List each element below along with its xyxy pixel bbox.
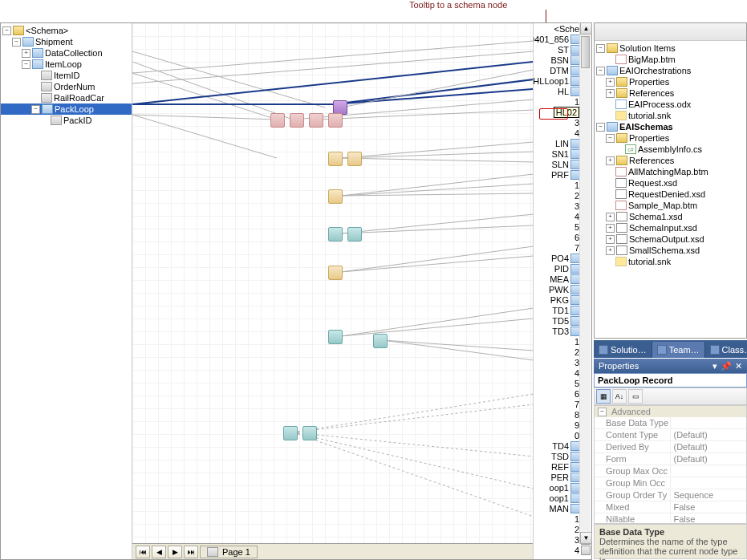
scripting-functoid[interactable] <box>328 266 343 280</box>
folder-references[interactable]: +References <box>595 87 746 99</box>
first-page-button[interactable]: ⏮ <box>136 546 150 558</box>
collapse-icon[interactable]: − <box>598 408 607 416</box>
scroll-up-button[interactable]: ▲ <box>580 22 592 34</box>
cumulative-functoid[interactable] <box>283 426 298 440</box>
file-bigmap[interactable]: BigMap.btm <box>595 54 746 65</box>
categorized-button[interactable]: ▦ <box>596 389 611 404</box>
prop-group-min[interactable]: Group Min Occ <box>595 477 746 489</box>
close-icon[interactable]: ✕ <box>735 361 742 371</box>
properties-object-selector[interactable]: PackLoop Record <box>594 373 747 388</box>
expand-icon[interactable]: + <box>606 156 615 165</box>
refresh-button[interactable] <box>633 25 648 39</box>
collapse-icon[interactable]: − <box>31 105 40 114</box>
file-tutorial[interactable]: tutorial.snk <box>595 110 746 121</box>
dropdown-icon[interactable]: ▾ <box>712 361 717 371</box>
folder-references[interactable]: +References <box>595 155 746 166</box>
file-assembly[interactable]: c#AssemblyInfo.cs <box>595 144 746 155</box>
string-functoid[interactable] <box>270 113 285 128</box>
show-all-button[interactable] <box>615 25 630 39</box>
folder-properties[interactable]: −Properties <box>595 132 746 144</box>
alphabetical-button[interactable]: A↓ <box>612 389 627 404</box>
source-packid[interactable]: PackID <box>1 115 132 126</box>
file-requestdenied[interactable]: RequestDenied.xsd <box>595 189 746 200</box>
cumulative-functoid[interactable] <box>328 227 343 241</box>
prop-derived-by[interactable]: Derived By(Default) <box>595 441 746 453</box>
expand-icon[interactable]: + <box>606 235 615 244</box>
prev-page-button[interactable]: ◀ <box>152 546 166 558</box>
mapping-canvas[interactable]: ⏮ ◀ ▶ ⏭ Page 1 <box>132 23 534 559</box>
folder-properties[interactable]: +Properties <box>595 76 746 87</box>
category-advanced[interactable]: −Advanced <box>595 406 746 417</box>
pin-icon[interactable]: 📌 <box>721 361 732 371</box>
prop-value[interactable]: False <box>671 501 747 513</box>
cumulative-functoid[interactable] <box>302 426 317 440</box>
collapse-icon[interactable]: − <box>596 123 605 132</box>
collapse-icon[interactable]: − <box>596 67 605 75</box>
file-schemaoutput[interactable]: +SchemaOutput.xsd <box>595 233 746 245</box>
prop-value[interactable]: (Default) <box>671 453 747 465</box>
properties-button[interactable] <box>598 25 612 39</box>
source-datacollection[interactable]: + DataCollection <box>1 47 132 59</box>
last-page-button[interactable]: ⏭ <box>184 546 198 558</box>
expand-icon[interactable]: + <box>606 213 615 221</box>
cumulative-functoid[interactable] <box>328 330 343 344</box>
prop-nillable[interactable]: NillableFalse <box>595 513 746 524</box>
source-schema-tree[interactable]: − <Schema> − Shipment + DataCollection −… <box>1 23 132 559</box>
next-page-button[interactable]: ▶ <box>168 546 182 558</box>
cumulative-functoid[interactable] <box>373 334 388 348</box>
file-samplemap[interactable]: Sample_Map.btm <box>595 200 746 211</box>
prop-value[interactable] <box>671 417 747 428</box>
source-ordernum[interactable]: OrderNum <box>1 81 132 92</box>
prop-group-order[interactable]: Group Order TySequence <box>595 489 746 501</box>
prop-value[interactable]: False <box>671 513 747 524</box>
prop-value[interactable] <box>671 465 747 477</box>
collapse-icon[interactable]: − <box>22 60 30 69</box>
source-itemid[interactable]: ItemID <box>1 70 132 81</box>
file-schemainput[interactable]: +SchemaInput.xsd <box>595 222 746 233</box>
expand-icon[interactable]: + <box>22 49 30 58</box>
prop-value[interactable]: (Default) <box>671 429 747 440</box>
prop-value[interactable]: (Default) <box>671 441 747 452</box>
file-tutorial2[interactable]: tutorial.snk <box>595 256 746 267</box>
scroll-thumb[interactable] <box>581 36 590 68</box>
prop-group-max[interactable]: Group Max Occ <box>595 465 746 477</box>
source-root[interactable]: − <Schema> <box>1 25 132 36</box>
project-eais[interactable]: −EAISchemas <box>595 121 746 132</box>
string-functoid[interactable] <box>290 113 304 128</box>
solution-folder[interactable]: −Solution Items <box>595 43 746 54</box>
page-tab[interactable]: Page 1 <box>200 546 258 558</box>
property-pages-button[interactable]: ▭ <box>628 389 643 404</box>
tab-team[interactable]: Team… <box>652 342 705 358</box>
prop-mixed[interactable]: MixedFalse <box>595 501 746 513</box>
string-functoid[interactable] <box>328 113 343 128</box>
scripting-functoid[interactable] <box>347 152 362 166</box>
source-itemloop[interactable]: − ItemLoop <box>1 59 132 70</box>
file-smallschema[interactable]: +SmallSchema.xsd <box>595 245 746 256</box>
scroll-down-button[interactable]: ▼ <box>580 532 592 544</box>
scripting-functoid[interactable] <box>328 189 343 204</box>
properties-grid[interactable]: −Advanced Base Data Type Content Type(De… <box>594 405 747 524</box>
expand-icon[interactable]: + <box>606 224 615 233</box>
collapse-icon[interactable]: − <box>12 38 21 47</box>
file-request[interactable]: Request.xsd <box>595 177 746 189</box>
file-allmatching[interactable]: AllMatchingMap.btm <box>595 166 746 177</box>
source-railroadcar[interactable]: RailRoadCar <box>1 92 132 103</box>
scripting-functoid[interactable] <box>328 152 343 166</box>
project-eaio[interactable]: −EAIOrchestrations <box>595 65 746 76</box>
file-schema1[interactable]: +Schema1.xsd <box>595 211 746 222</box>
expand-icon[interactable]: + <box>606 78 615 87</box>
cumulative-functoid[interactable] <box>347 227 362 241</box>
collapse-icon[interactable]: − <box>606 134 615 143</box>
file-eaiprocess[interactable]: EAIProcess.odx <box>595 99 746 110</box>
string-functoid[interactable] <box>309 113 323 128</box>
source-shipment[interactable]: − Shipment <box>1 36 132 47</box>
prop-form[interactable]: Form(Default) <box>595 453 746 465</box>
tab-solution[interactable]: Solutio… <box>594 342 652 358</box>
prop-base-data-type[interactable]: Base Data Type <box>595 417 746 429</box>
dest-tree-scrollbar[interactable]: ▲ ▼ <box>579 22 591 544</box>
prop-value[interactable] <box>671 477 747 489</box>
solution-tree[interactable]: −Solution Items BigMap.btm −EAIOrchestra… <box>595 41 746 338</box>
tab-class[interactable]: Class… <box>705 342 747 358</box>
expand-icon[interactable]: + <box>606 89 615 98</box>
collapse-icon[interactable]: − <box>596 44 605 53</box>
